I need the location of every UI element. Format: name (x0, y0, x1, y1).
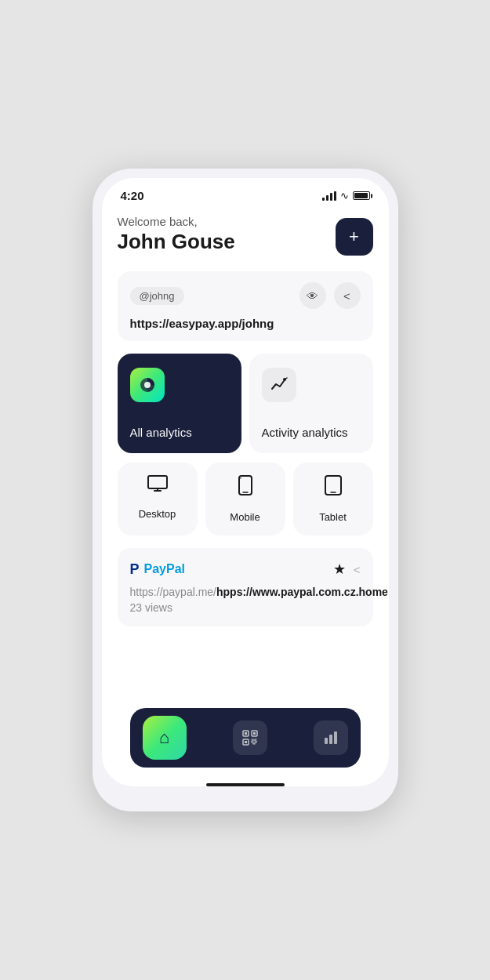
paypal-share-icon[interactable]: < (354, 563, 361, 576)
device-grid: Desktop Mobile (118, 463, 373, 535)
eye-icon: 👁 (307, 289, 318, 303)
link-url: https://easypay.app/johng (130, 317, 361, 330)
link-card: @johng 👁 < https://easypay.app/johng (118, 271, 373, 341)
analytics-grid: All analytics Activity analytics (118, 354, 373, 453)
plus-icon: + (349, 228, 359, 245)
home-icon: ⌂ (159, 728, 169, 748)
bottom-nav: ⌂ (130, 708, 361, 768)
svg-rect-10 (253, 732, 256, 735)
tablet-card[interactable]: Tablet (293, 463, 373, 535)
link-card-top: @johng 👁 < (130, 282, 361, 309)
tablet-label: Tablet (319, 511, 347, 523)
activity-analytics-card[interactable]: Activity analytics (249, 354, 373, 453)
user-info: Welcome back, John Gouse (118, 215, 235, 254)
battery-icon (353, 191, 370, 200)
all-analytics-card[interactable]: All analytics (118, 354, 241, 453)
svg-rect-3 (148, 476, 167, 488)
welcome-text: Welcome back, (118, 215, 235, 228)
paypal-logo: P PayPal (130, 561, 186, 578)
paypal-card-top: P PayPal ★ < (130, 561, 361, 578)
desktop-label: Desktop (139, 508, 176, 520)
qr-nav-button[interactable] (233, 720, 267, 755)
signal-icon (322, 191, 336, 201)
paypal-url: https://paypal.me/hpps://www.paypal.com.… (130, 586, 361, 598)
username-tag: @johng (130, 287, 184, 305)
desktop-icon (147, 475, 168, 497)
add-button[interactable]: + (336, 218, 373, 256)
main-content: Welcome back, John Gouse + @johng 👁 (102, 207, 389, 708)
paypal-card: P PayPal ★ < https://paypal.me/hpps://ww… (118, 548, 373, 626)
home-nav-button[interactable]: ⌂ (143, 716, 187, 760)
header-section: Welcome back, John Gouse + (118, 215, 373, 256)
all-analytics-icon-wrapper (130, 368, 165, 402)
paypal-url-prefix: https://paypal.me/ (130, 586, 217, 598)
svg-rect-11 (245, 741, 247, 743)
status-bar: 4:20 ∿ (102, 178, 389, 207)
share-icon: < (343, 289, 350, 303)
paypal-p-icon: P (130, 561, 140, 578)
mobile-icon (238, 475, 252, 500)
svg-rect-12 (325, 738, 328, 744)
pie-chart-icon (138, 376, 157, 394)
activity-analytics-label: Activity analytics (262, 426, 361, 439)
activity-analytics-icon-wrapper (262, 368, 296, 402)
status-icons: ∿ (322, 190, 370, 201)
all-analytics-label: All analytics (130, 426, 229, 439)
paypal-logo-text: PayPal (144, 562, 185, 576)
user-name: John Gouse (118, 230, 235, 254)
svg-point-1 (144, 382, 151, 388)
wifi-icon: ∿ (340, 190, 349, 201)
eye-button[interactable]: 👁 (299, 282, 326, 309)
desktop-card[interactable]: Desktop (118, 463, 198, 535)
chart-icon (323, 730, 339, 746)
phone-frame: 4:20 ∿ Welcome back, John G (93, 169, 398, 811)
mobile-card[interactable]: Mobile (205, 463, 285, 535)
tablet-icon (325, 475, 342, 500)
svg-rect-14 (334, 731, 337, 744)
share-button[interactable]: < (334, 282, 361, 309)
chart-nav-button[interactable] (314, 720, 348, 755)
mobile-label: Mobile (230, 511, 260, 523)
svg-rect-13 (329, 735, 332, 744)
nav-area: ⌂ (102, 708, 389, 775)
status-time: 4:20 (121, 189, 144, 202)
paypal-views: 23 views (130, 601, 361, 614)
svg-rect-9 (245, 732, 247, 735)
paypal-card-actions: ★ < (333, 561, 361, 578)
qr-icon (242, 730, 258, 746)
star-icon[interactable]: ★ (333, 561, 346, 578)
link-actions: 👁 < (299, 282, 361, 309)
phone-screen: 4:20 ∿ Welcome back, John G (102, 178, 389, 786)
activity-chart-icon (270, 376, 289, 394)
paypal-url-bold: hpps://www.paypal.com.cz.home (216, 586, 388, 598)
home-indicator (206, 783, 285, 786)
